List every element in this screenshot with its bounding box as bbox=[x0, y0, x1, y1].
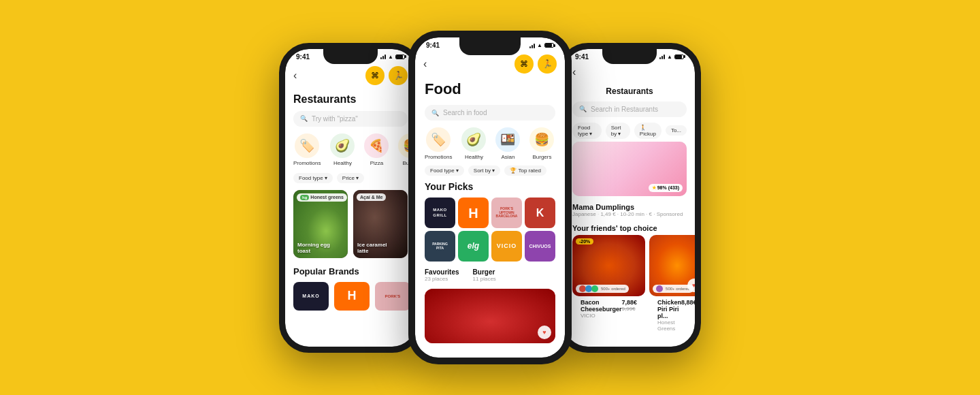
right-restaurant-info: Mama Dumplings Japanese · 1,49 € · 10-20… bbox=[564, 200, 695, 220]
signal-icon bbox=[380, 54, 386, 59]
center-cat-asian[interactable]: 🍱 Asian bbox=[495, 127, 520, 160]
pick-vicio[interactable]: VICIO bbox=[491, 231, 522, 262]
center-back-button[interactable]: ‹ bbox=[423, 58, 440, 70]
right-search-bar[interactable]: 🔍 Search in Restaurants bbox=[572, 101, 687, 117]
brand-mako[interactable]: MAKO bbox=[293, 282, 329, 311]
burgers-emoji: 🍔 bbox=[529, 127, 554, 152]
right-filter-food-type[interactable]: Food type ▾ bbox=[572, 123, 602, 139]
left-filter-price[interactable]: Price ▾ bbox=[337, 173, 364, 183]
left-cat-label: Promotions bbox=[293, 160, 321, 166]
picks-cat-favourites[interactable]: Favourites 23 places bbox=[425, 268, 459, 282]
phone-center: 9:41 ▲ ‹ ⌘ 🏃 bbox=[408, 31, 572, 364]
right-promo-card[interactable]: ★ 98% (433) bbox=[572, 142, 687, 196]
salad-label: Morning eggtoast bbox=[297, 242, 330, 254]
right-filter-pickup[interactable]: 🚶 Pickup bbox=[634, 123, 662, 139]
right-back-button[interactable]: ‹ bbox=[572, 66, 589, 78]
left-categories: 🏷️ Promotions 🥑 Healthy 🍕 Pizza 🍔 Burger bbox=[285, 129, 416, 170]
battery-icon bbox=[395, 54, 405, 59]
brand-h[interactable]: H bbox=[334, 282, 370, 311]
pick-parking[interactable]: PARKINGPITA bbox=[425, 231, 455, 262]
right-app-content: ‹ Restaurants 🔍 Search in Restaurants Fo… bbox=[564, 62, 695, 342]
phones-container: 9:41 ▲ ‹ ⌘ 🏃 bbox=[279, 31, 701, 364]
rating-value: 98% bbox=[657, 185, 667, 190]
center-menu-icon[interactable]: ⌘ bbox=[514, 54, 534, 74]
coffee-tag: Açaí & Me bbox=[357, 193, 386, 201]
right-status-icons: ▲ bbox=[659, 54, 684, 60]
center-app-content: ‹ ⌘ 🏃 Food 🔍 Search in food 🏷️ Promotion… bbox=[415, 50, 565, 353]
burger-count: 11 places bbox=[473, 276, 496, 282]
left-card-coffee[interactable]: Açaí & Me Ice caramellatte bbox=[353, 190, 408, 258]
ordered-count-2: 500+ ordered bbox=[666, 287, 690, 291]
center-burger-promo[interactable]: ♥ bbox=[425, 289, 555, 343]
left-cat-promotions[interactable]: 🏷️ Promotions bbox=[293, 133, 321, 166]
left-header: ‹ ⌘ 🏃 bbox=[285, 62, 416, 89]
center-filter-sort[interactable]: Sort by ▾ bbox=[468, 165, 501, 176]
center-filter-food-type[interactable]: Food type ▾ bbox=[425, 165, 464, 176]
left-filter-food-type[interactable]: Food type ▾ bbox=[293, 173, 333, 183]
chicken-card[interactable]: 500+ ordered ♥ bbox=[649, 235, 695, 296]
pick-k[interactable]: K bbox=[525, 198, 555, 228]
brand-porkys[interactable]: PORK'S bbox=[375, 282, 410, 311]
left-time: 9:41 bbox=[296, 53, 310, 61]
burger-old-price: 9,99€ bbox=[622, 306, 638, 312]
pick-porkys[interactable]: PORK'SUPTOWNBARCELONA bbox=[491, 198, 522, 228]
friend-item-1: -20% 500+ ordered Bacon Cheeseburger bbox=[572, 235, 645, 334]
burger-price-block: 7,88€ 9,99€ bbox=[622, 299, 638, 319]
right-filters: Food type ▾ Sort by ▾ 🚶 Pickup To... bbox=[564, 120, 695, 142]
left-menu-icon[interactable]: ⌘ bbox=[365, 66, 385, 85]
right-friends-title: Your friends' top choice bbox=[564, 220, 695, 235]
left-cat-pizza[interactable]: 🍕 Pizza bbox=[364, 133, 389, 166]
restaurant-meta: Japanese · 1,49 € · 10-20 min · € · Spon… bbox=[572, 211, 687, 217]
right-search-placeholder: Search in Restaurants bbox=[591, 106, 658, 113]
favourites-count: 23 places bbox=[425, 276, 459, 282]
center-search-bar[interactable]: 🔍 Search in food bbox=[425, 105, 555, 121]
burger-card[interactable]: -20% 500+ ordered bbox=[572, 235, 645, 296]
left-back-button[interactable]: ‹ bbox=[293, 69, 310, 82]
left-notch bbox=[323, 49, 378, 64]
friend-item-2: 500+ ordered ♥ Chicken Piri Piri pl... H… bbox=[649, 235, 695, 334]
left-cat-healthy[interactable]: 🥑 Healthy bbox=[330, 133, 355, 166]
left-brands: MAKO H PORK'S bbox=[285, 279, 416, 313]
left-profile-icon[interactable]: 🏃 bbox=[389, 66, 408, 85]
pick-mako[interactable]: MAKOGRILL bbox=[425, 198, 455, 228]
ordered-count: 500+ ordered bbox=[601, 287, 625, 291]
discount-badge: -20% bbox=[576, 238, 593, 244]
pick-h[interactable]: H bbox=[458, 198, 489, 228]
left-search-placeholder: Try with "pizza" bbox=[312, 115, 358, 123]
center-filters: Food type ▾ Sort by ▾ 🏆 Top rated bbox=[415, 164, 565, 177]
pick-elg[interactable]: elg bbox=[458, 231, 489, 262]
pizza-emoji: 🍕 bbox=[364, 133, 389, 158]
right-filter-sort[interactable]: Sort by ▾ bbox=[606, 123, 630, 139]
wifi-icon: ▲ bbox=[388, 54, 393, 60]
center-time: 9:41 bbox=[426, 42, 440, 49]
left-cat-label: Healthy bbox=[333, 160, 352, 166]
center-cat-burgers[interactable]: 🍔 Burgers bbox=[529, 127, 554, 160]
center-picks-title: Your Picks bbox=[415, 177, 565, 193]
burger-info: Bacon Cheeseburger VICIO 7,88€ 9,99€ bbox=[572, 296, 645, 321]
center-filter-top-rated[interactable]: 🏆 Top rated bbox=[504, 165, 546, 176]
center-cat-promotions[interactable]: 🏷️ Promotions bbox=[425, 127, 452, 160]
restaurant-cuisine: Japanese bbox=[572, 211, 596, 217]
promotions-emoji: 🏷️ bbox=[426, 127, 451, 152]
left-search-bar[interactable]: 🔍 Try with "pizza" bbox=[293, 111, 408, 127]
center-profile-icon[interactable]: 🏃 bbox=[538, 54, 557, 74]
center-title: Food bbox=[415, 78, 565, 102]
right-filter-to[interactable]: To... bbox=[666, 125, 687, 136]
salad-tag: hg Honest greens bbox=[297, 193, 347, 202]
center-cat-label: Burgers bbox=[532, 154, 551, 160]
wifi-icon: ▲ bbox=[537, 42, 542, 48]
left-card-salad[interactable]: hg Honest greens Morning eggtoast bbox=[293, 190, 348, 258]
center-notch bbox=[459, 37, 521, 55]
picks-cat-burger[interactable]: Burger 11 places bbox=[473, 268, 496, 282]
promotions-emoji: 🏷️ bbox=[295, 133, 319, 158]
promo-heart-button[interactable]: ♥ bbox=[538, 326, 551, 339]
right-friends-grid: -20% 500+ ordered Bacon Cheeseburger bbox=[564, 235, 695, 334]
center-search-placeholder: Search in food bbox=[443, 109, 487, 116]
center-cat-healthy[interactable]: 🥑 Healthy bbox=[461, 127, 486, 160]
right-notch bbox=[602, 49, 657, 64]
center-status-icons: ▲ bbox=[529, 42, 554, 48]
pick-chivuos[interactable]: CHIVUOS bbox=[525, 231, 555, 262]
ordered-badge: 500+ ordered bbox=[576, 285, 629, 293]
battery-icon bbox=[544, 43, 554, 48]
chicken-item-left: Chicken Piri Piri pl... Honest Greens bbox=[657, 299, 681, 332]
